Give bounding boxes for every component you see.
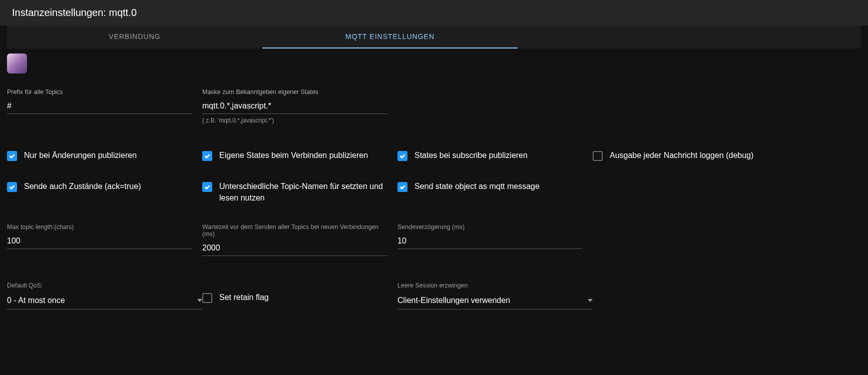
delay-label: Sendeverzögerung (ms) <box>397 224 583 230</box>
log-debug-checkbox[interactable] <box>593 151 603 161</box>
mask-helper: ( z.B. 'mqtt.0.*,javascript.*') <box>202 117 387 124</box>
diff-topics-label[interactable]: Unterschiedliche Topic-Namen für setzten… <box>219 181 387 204</box>
max-topic-input[interactable] <box>7 234 192 249</box>
tabs: VERBINDUNG MQTT EINSTELLUNGEN <box>7 26 861 48</box>
prefix-label: Prefix für alle Topics <box>7 88 192 96</box>
check-icon <box>204 152 211 160</box>
wait-input[interactable] <box>202 240 387 256</box>
delay-input[interactable] <box>397 234 583 249</box>
retain-label[interactable]: Set retain flag <box>219 292 269 303</box>
qos-value: 0 - At most once <box>7 296 65 305</box>
max-topic-label: Max topic length:(chars) <box>7 224 192 230</box>
on-subscribe-label[interactable]: States bei subscribe publizieren <box>414 150 528 161</box>
check-icon <box>9 152 16 160</box>
session-label: Leere Session erzwingen <box>397 282 583 289</box>
wait-label: Wartezeit vor dem Senden aller Topics be… <box>202 224 387 238</box>
send-object-checkbox[interactable] <box>397 182 407 192</box>
retain-checkbox[interactable] <box>202 293 212 303</box>
check-icon <box>204 184 211 190</box>
send-object-label[interactable]: Send state object as mqtt message <box>414 181 540 192</box>
check-icon <box>399 184 406 190</box>
tab-mqtt-einstellungen[interactable]: MQTT EINSTELLUNGEN <box>262 26 518 48</box>
only-changes-checkbox[interactable] <box>7 151 17 161</box>
session-value: Client-Einstellungen verwenden <box>397 296 510 305</box>
own-states-checkbox[interactable] <box>202 151 212 161</box>
prefix-input[interactable] <box>7 98 192 114</box>
on-subscribe-checkbox[interactable] <box>397 151 407 161</box>
send-ack-label[interactable]: Sende auch Zustände (ack=true) <box>24 181 141 192</box>
check-icon <box>9 184 16 190</box>
mask-label: Maske zum Bekanntgeben eigener States <box>202 88 387 96</box>
page-title: Instanzeinstellungen: mqtt.0 <box>0 0 868 26</box>
qos-select[interactable]: 0 - At most once <box>7 292 202 310</box>
diff-topics-checkbox[interactable] <box>202 182 212 192</box>
tab-verbindung[interactable]: VERBINDUNG <box>7 26 262 48</box>
chevron-down-icon <box>197 299 202 302</box>
qos-label: Default QoS: <box>7 282 192 289</box>
log-debug-label[interactable]: Ausgabe jeder Nachricht loggen (debug) <box>610 150 753 161</box>
mask-input[interactable] <box>202 98 387 114</box>
session-select[interactable]: Client-Einstellungen verwenden <box>397 292 593 310</box>
adapter-logo-icon <box>7 54 27 74</box>
own-states-label[interactable]: Eigene States beim Verbinden publizieren <box>219 150 368 161</box>
chevron-down-icon <box>588 299 593 302</box>
check-icon <box>399 152 406 160</box>
send-ack-checkbox[interactable] <box>7 182 17 192</box>
only-changes-label[interactable]: Nur bei Änderungen publizieren <box>24 150 137 161</box>
